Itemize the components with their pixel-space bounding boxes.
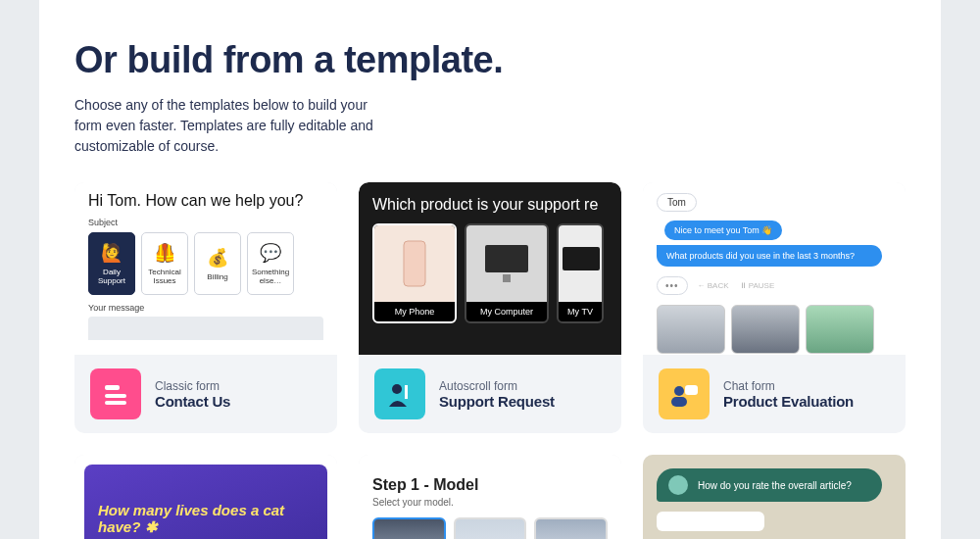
money-icon: 💰 [207,247,228,269]
model-image [372,517,446,539]
svg-rect-5 [503,274,511,282]
preview-step-title: Step 1 - Model [372,476,608,494]
template-card-model-step[interactable]: Step 1 - Model Select your model. [359,455,621,539]
preview-pause-label: ⏸ PAUSE [739,281,775,290]
preview-option-row: 🙋 Daily Support 🦺 Technical Issues 💰 Bil… [88,232,323,295]
preview-bubble-greeting: Nice to meet you Tom 👋 [664,220,782,240]
page: Or build from a template. Choose any of … [39,0,941,539]
person-icon [374,368,425,419]
template-preview: Tom Nice to meet you Tom 👋 What products… [643,182,906,355]
preview-option-billing: 💰 Billing [194,232,241,295]
svg-point-7 [392,384,402,394]
preview-option-daily-support: 🙋 Daily Support [88,232,135,295]
template-card-quiz[interactable]: How many lives does a cat have? ✱ Hint: … [74,455,337,539]
preview-question: How many lives does a cat have? ✱ [98,502,314,536]
preview-greeting: Hi Tom. How can we help you? [88,192,323,210]
preview-question: How do you rate the overall article? [698,480,852,491]
svg-rect-8 [405,385,408,399]
preview-textarea-placeholder [88,317,323,340]
preview-name-chip: Tom [657,193,697,212]
template-card-contact-us[interactable]: Hi Tom. How can we help you? Subject 🙋 D… [74,182,337,433]
template-preview: How many lives does a cat have? ✱ Hint: … [74,455,337,539]
preview-option-label: My Phone [374,302,455,321]
preview-prompt: Which product is your support re [372,196,621,214]
typing-indicator-icon: ••• [657,276,688,295]
template-preview: Hi Tom. How can we help you? Subject 🙋 D… [74,182,337,355]
preview-back-label: ← BACK [698,281,729,290]
template-type: Chat form [723,379,854,393]
svg-rect-3 [404,241,425,286]
product-image [731,305,800,354]
avatar-icon [668,475,688,495]
preview-option-label: Billing [207,272,227,281]
product-image [806,305,874,354]
template-card-article-rating[interactable]: How do you rate the overall article? 0 1… [643,455,906,539]
template-type: Classic form [155,379,230,393]
svg-rect-6 [563,247,600,270]
computer-image [466,225,547,302]
template-preview: Which product is your support re My Phon… [359,182,621,355]
page-subtitle: Choose any of the templates below to bui… [74,95,388,157]
preview-option-label: Something else… [250,268,291,285]
preview-option-label: Daily Support [91,268,132,285]
svg-point-9 [674,386,684,396]
svg-rect-0 [105,385,120,390]
template-title: Support Request [439,393,555,410]
preview-option-label: Technical Issues [144,268,185,285]
preview-step-subtitle: Select your model. [372,497,608,508]
template-title: Product Evaluation [723,393,854,410]
preview-toolbar: ••• ← BACK ⏸ PAUSE [657,276,892,295]
svg-rect-11 [685,385,698,395]
card-footer: Autoscroll form Support Request [359,355,621,433]
model-image [534,517,608,539]
preview-option-computer: My Computer [465,223,549,323]
preview-option-label: My TV [559,302,602,321]
page-title: Or build from a template. [74,39,906,81]
svg-rect-2 [105,401,126,405]
preview-model-row [372,517,608,539]
preview-message-label: Your message [88,303,323,313]
preview-input-box [657,512,764,531]
preview-option-row: My Phone My Computer My [372,223,621,323]
product-image [657,305,725,354]
svg-rect-1 [105,394,126,398]
preview-subject-label: Subject [88,218,323,227]
card-footer: Chat form Product Evaluation [643,355,906,433]
form-icon [90,368,141,419]
wave-icon: 🙋 [101,242,122,264]
vest-icon: 🦺 [154,242,175,264]
card-footer: Classic form Contact Us [74,355,337,433]
preview-option-tv: My TV [557,223,604,323]
tv-image [559,225,602,302]
template-card-product-evaluation[interactable]: Tom Nice to meet you Tom 👋 What products… [643,182,906,433]
preview-bubble-question: What products did you use in the last 3 … [657,245,882,267]
svg-rect-4 [485,245,528,272]
svg-rect-10 [671,397,687,407]
model-image [454,517,527,539]
phone-image [374,225,455,302]
template-card-support-request[interactable]: Which product is your support re My Phon… [359,182,621,433]
template-preview: How do you rate the overall article? 0 1… [643,455,906,539]
template-grid: Hi Tom. How can we help you? Subject 🙋 D… [74,182,906,539]
template-preview: Step 1 - Model Select your model. [359,455,621,539]
template-type: Autoscroll form [439,379,555,393]
speech-icon: 💬 [260,242,281,264]
template-title: Contact Us [155,393,230,410]
preview-option-else: 💬 Something else… [247,232,294,295]
preview-option-technical: 🦺 Technical Issues [141,232,188,295]
preview-image-row [657,305,892,354]
preview-option-label: My Computer [466,302,547,321]
preview-option-phone: My Phone [372,223,457,323]
chat-icon [659,368,710,419]
preview-bot-bubble: How do you rate the overall article? [657,468,882,502]
